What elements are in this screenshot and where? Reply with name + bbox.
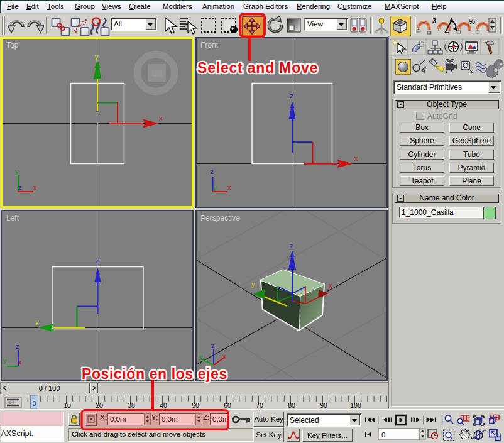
svg-text:x: x — [222, 353, 226, 360]
svg-text:30: 30 — [128, 402, 135, 409]
svg-text:y: y — [251, 280, 255, 288]
svg-text:x: x — [18, 358, 22, 366]
svg-text:z: z — [290, 92, 293, 99]
svg-text:z: z — [290, 242, 293, 249]
svg-text:x: x — [354, 155, 358, 162]
svg-text:90: 90 — [320, 402, 327, 409]
svg-text:x: x — [227, 183, 231, 191]
svg-text:Left: Left — [6, 214, 19, 222]
svg-text:60: 60 — [224, 402, 231, 409]
svg-text:20: 20 — [96, 402, 103, 409]
svg-text:y: y — [95, 53, 99, 60]
svg-text:x: x — [159, 114, 163, 122]
svg-text:z: z — [16, 342, 19, 350]
svg-text:Front: Front — [200, 41, 219, 50]
svg-text:Perspective: Perspective — [200, 214, 240, 222]
svg-text:y: y — [35, 318, 39, 325]
svg-text:70: 70 — [256, 402, 263, 409]
svg-text:%: % — [469, 18, 475, 25]
svg-text:z: z — [18, 183, 22, 191]
svg-text:100: 100 — [350, 402, 361, 409]
svg-text:z: z — [210, 168, 214, 175]
svg-text:y: y — [213, 184, 217, 192]
svg-text:x: x — [329, 282, 332, 289]
svg-text:x: x — [33, 183, 37, 191]
svg-text:y: y — [199, 353, 203, 360]
svg-text:50: 50 — [192, 402, 199, 409]
svg-text:0: 0 — [32, 400, 36, 407]
svg-text:80: 80 — [288, 402, 295, 409]
svg-text:z: z — [96, 257, 99, 265]
svg-text:y: y — [3, 357, 7, 364]
svg-text:Top: Top — [6, 41, 19, 50]
svg-text:40: 40 — [160, 402, 167, 409]
svg-text:10: 10 — [63, 402, 71, 409]
svg-text:0: 0 — [381, 431, 385, 439]
svg-text:z: z — [211, 342, 215, 349]
svg-text:3: 3 — [432, 17, 436, 25]
svg-text:y: y — [15, 168, 19, 175]
